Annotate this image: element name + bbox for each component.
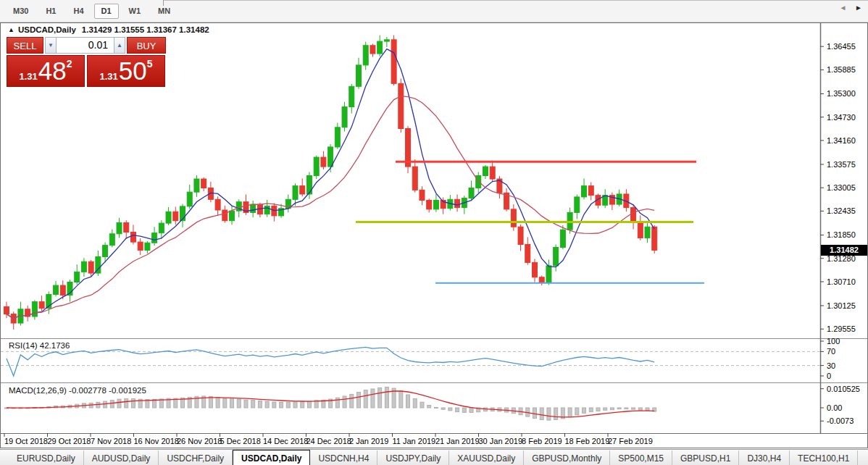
sell-button[interactable]: SELL (7, 37, 43, 54)
price-axis-label: 1.31850 (827, 230, 856, 239)
timeframe-button-d1[interactable]: D1 (94, 4, 119, 19)
chart-symbol-label: USDCAD,Daily (18, 25, 76, 34)
timeframe-button-w1[interactable]: W1 (122, 4, 149, 19)
volume-stepper: ▼ 0.01 ▲ (45, 37, 125, 54)
date-axis-label: 5 Dec 2018 (220, 437, 261, 445)
price-axis-label: 1.32435 (827, 206, 856, 215)
date-axis-label: 7 Nov 2018 (91, 437, 131, 445)
chart-tab-eurusd-daily[interactable]: EURUSD,Daily (9, 451, 84, 465)
price-axis[interactable]: 1.364551.358851.353001.347301.341601.335… (820, 42, 856, 333)
chart-tab-usdjpy-daily[interactable]: USDJPY,Daily (377, 451, 449, 465)
one-click-trade-panel: SELL ▼ 0.01 ▲ BUY 1.31 48 2 1.31 50 5 (7, 37, 166, 87)
chart-tab-usdchf-daily[interactable]: USDCHF,Daily (159, 451, 233, 465)
buy-price-pip-digit: 5 (147, 58, 153, 70)
price-axis-label: 1.30125 (827, 301, 856, 310)
date-axis-label: 26 Nov 2018 (177, 437, 222, 445)
toolbar-separator (163, 0, 164, 6)
buy-price-display[interactable]: 1.31 50 5 (87, 55, 165, 87)
mt4-window: M30H1H4D1W1MN 1.364551.358851.353001.347… (0, 0, 868, 465)
volume-increase-button[interactable]: ▲ (114, 37, 125, 54)
macd-axis-label: 0.010525 (827, 385, 860, 393)
collapse-triangle-icon[interactable]: ▲ (8, 26, 14, 33)
chart-tab-dj30-h4[interactable]: DJ30,H4 (739, 451, 790, 465)
timeframe-button-mn[interactable]: MN (151, 4, 178, 19)
chart-tab-usdcad-daily[interactable]: USDCAD,Daily (233, 450, 310, 465)
date-axis-label: 19 Oct 2018 (4, 437, 48, 445)
date-axis-label: 18 Feb 2019 (565, 437, 610, 445)
macd-axis-label: 0.00 (827, 403, 842, 412)
volume-decrease-button[interactable]: ▼ (45, 37, 57, 54)
sell-price-pip-digit: 2 (67, 58, 72, 70)
price-axis-label: 1.30710 (827, 277, 856, 286)
date-axis-label: 24 Dec 2018 (306, 437, 351, 445)
timeframe-button-h1[interactable]: H1 (38, 4, 63, 19)
chart-title: ▲USDCAD,Daily1.31429 1.31555 1.31367 1.3… (8, 25, 209, 34)
date-axis-label: 11 Jan 2019 (393, 437, 436, 445)
time-axis[interactable]: 19 Oct 201829 Oct 20187 Nov 201816 Nov 2… (4, 433, 653, 445)
ma-slow-line (7, 96, 654, 319)
date-axis-label: 16 Nov 2018 (134, 437, 179, 445)
date-axis-label: 8 Feb 2019 (522, 437, 562, 445)
rsi-axis-label: 30 (827, 361, 835, 370)
sell-price-prefix: 1.31 (19, 71, 37, 82)
chart-tab-usdcnh-h4[interactable]: USDCNH,H4 (310, 451, 377, 465)
current-price-tag: 1.31482 (821, 245, 867, 256)
buy-price-big-digits: 50 (119, 57, 147, 85)
rsi-axis-label: 0 (827, 372, 831, 380)
price-axis-label: 1.33005 (827, 183, 856, 192)
chart-tab-audusd-daily[interactable]: AUDUSD,Daily (84, 451, 159, 465)
rsi-indicator-label: RSI(14) 42.1736 (9, 341, 70, 350)
chart-tab-xauusd-daily[interactable]: XAUUSD,Daily (449, 451, 524, 465)
chart-tab-gbpusd-monthly[interactable]: GBPUSD,Monthly (524, 451, 610, 465)
date-axis-label: 30 Jan 2019 (479, 437, 523, 445)
price-axis-label: 1.35885 (827, 65, 856, 74)
symbol-tab-bar: EURUSD,DailyAUDUSD,DailyUSDCHF,DailyUSDC… (0, 449, 868, 465)
timeframe-button-m30[interactable]: M30 (6, 4, 36, 19)
rsi-pane: 10070300 (1, 337, 840, 380)
date-axis-label: 2 Jan 2019 (349, 437, 388, 445)
timeframe-toolbar: M30H1H4D1W1MN (0, 0, 868, 22)
rsi-line (7, 347, 654, 376)
tab-scroll-right-icon[interactable]: ► (855, 4, 862, 12)
price-axis-label: 1.29555 (827, 324, 856, 333)
price-axis-label: 1.35300 (827, 89, 856, 98)
sell-price-big-digits: 48 (38, 57, 67, 85)
chart-tab-gbpusd-h1[interactable]: GBPUSD,H1 (672, 451, 739, 465)
chart-tab-sp500-m15[interactable]: SP500,M15 (610, 451, 672, 465)
tab-scroll-left-icon[interactable]: ◄ (839, 4, 846, 12)
sell-price-display[interactable]: 1.31 48 2 (7, 55, 85, 87)
macd-axis-label: -0.0073 (827, 416, 854, 425)
tab-scroll-controls: ◄ ► (832, 4, 862, 12)
rsi-axis-label: 70 (827, 347, 835, 356)
ma-fast-line (7, 49, 654, 319)
chart-tab-tech100-h1[interactable]: TECH100,H1 (790, 451, 858, 465)
price-axis-label: 1.36455 (827, 42, 856, 51)
toolbar-top-divider (163, 0, 868, 1)
price-axis-label: 1.33575 (827, 160, 856, 169)
date-axis-label: 29 Oct 2018 (48, 437, 91, 445)
price-axis-label: 1.34160 (827, 136, 856, 145)
volume-input[interactable]: 0.01 (57, 37, 114, 54)
buy-price-prefix: 1.31 (99, 71, 117, 82)
date-axis-label: 14 Dec 2018 (263, 437, 308, 445)
price-axis-label: 1.34730 (827, 113, 856, 122)
date-axis-label: 21 Jan 2019 (435, 437, 480, 445)
chart-window: 1.364551.358851.353001.347301.341601.335… (0, 22, 868, 448)
timeframe-button-h4[interactable]: H4 (66, 4, 91, 19)
rsi-axis-label: 100 (827, 337, 840, 345)
date-axis-label: 27 Feb 2019 (608, 437, 653, 445)
chart-ohlc-values: 1.31429 1.31555 1.31367 1.31482 (82, 25, 209, 34)
buy-button[interactable]: BUY (127, 37, 166, 54)
macd-indicator-label: MACD(12,26,9) -0.002778 -0.001925 (9, 386, 146, 395)
